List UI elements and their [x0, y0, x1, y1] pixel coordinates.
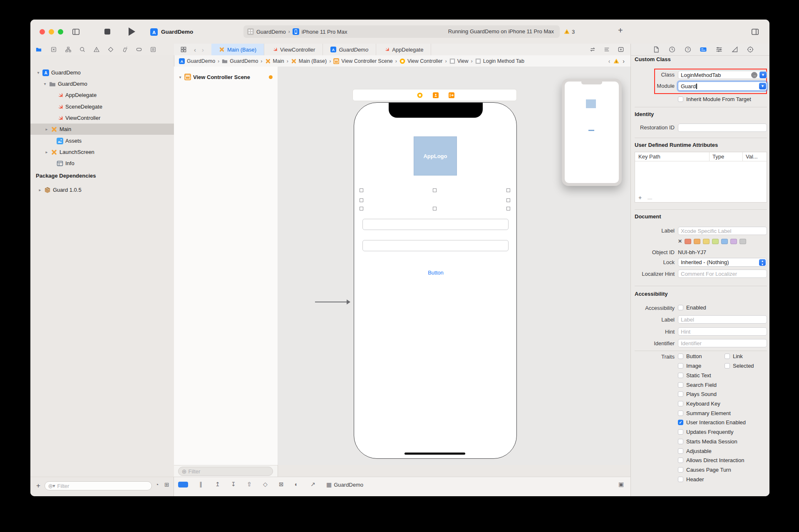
selection-handle[interactable]	[360, 207, 363, 210]
stop-button[interactable]	[104, 29, 110, 35]
editor-options-icon[interactable]	[604, 47, 610, 52]
trait-plays-sound-checkbox[interactable]	[678, 391, 683, 397]
trait-link-checkbox[interactable]	[725, 354, 730, 359]
recent-files-icon[interactable]: ◔	[155, 482, 159, 487]
breadcrumb-project[interactable]: GuardDemo	[187, 58, 215, 64]
tab-guarddemo[interactable]: GuardDemo	[323, 44, 376, 55]
first-responder-icon[interactable]	[433, 92, 439, 98]
breadcrumb-view[interactable]: View	[457, 58, 469, 64]
toggle-right-sidebar-icon[interactable]	[751, 28, 759, 36]
trait-causes-page-turn-checkbox[interactable]	[678, 467, 683, 473]
color-swatch-blue[interactable]	[721, 239, 728, 244]
simulate-location-icon[interactable]: ↗	[310, 481, 315, 487]
account-textfield[interactable]	[362, 219, 509, 230]
selection-handle[interactable]	[506, 188, 510, 192]
tab-main-base[interactable]: Main (Base)	[211, 44, 264, 55]
identity-inspector-icon[interactable]	[700, 46, 707, 53]
issue-navigator-icon[interactable]	[94, 47, 99, 52]
color-swatch-orange[interactable]	[694, 239, 700, 244]
nav-item-project[interactable]: GuardDemo	[51, 69, 81, 76]
run-destination[interactable]: iPhone 11 Pro Max	[302, 29, 347, 35]
a11y-identifier-field[interactable]: Identifier	[678, 339, 767, 347]
pause-execution-icon[interactable]: ∥	[199, 481, 202, 487]
login-button[interactable]: Button	[354, 270, 517, 276]
source-control-status-icon[interactable]: ⊞	[164, 482, 169, 487]
add-file-button[interactable]: +	[36, 482, 40, 490]
nav-item-info[interactable]: Info	[65, 160, 74, 166]
document-label-field[interactable]: Xcode Specific Label	[678, 227, 767, 235]
class-dropdown-button[interactable]: ▼	[759, 72, 767, 78]
trait-search-field-checkbox[interactable]	[678, 382, 683, 388]
outline-scene[interactable]: View Controller Scene	[193, 74, 250, 80]
color-swatch-green[interactable]	[712, 239, 719, 244]
exit-icon[interactable]	[449, 92, 454, 98]
breadcrumb-group[interactable]: GuardDemo	[230, 58, 258, 64]
runtime-attributes-table[interactable]: Key Path Type Val... + —	[635, 152, 767, 203]
trait-selected-checkbox[interactable]	[725, 363, 730, 369]
lock-dropdown[interactable]: Inherited - (Nothing) ▲▼	[678, 258, 767, 267]
nav-item-group[interactable]: GuardDemo	[58, 81, 87, 87]
selection-handle[interactable]	[360, 188, 363, 192]
nav-item-guard-package[interactable]: Guard 1.0.5	[53, 187, 82, 193]
trait-updates-frequently-checkbox[interactable]	[678, 429, 683, 435]
remove-attribute-button[interactable]: —	[648, 196, 652, 201]
accessibility-enabled-checkbox[interactable]	[678, 305, 683, 310]
project-navigator-icon[interactable]	[36, 47, 42, 52]
outline-filter-field[interactable]: ◎ Filter	[178, 467, 273, 476]
back-button[interactable]: ‹	[194, 47, 196, 53]
color-swatch-yellow[interactable]	[703, 239, 710, 244]
attributes-inspector-icon[interactable]	[716, 46, 722, 53]
tab-viewcontroller[interactable]: ViewController	[264, 44, 323, 55]
storyboard-canvas[interactable]: AppLogo Button	[278, 67, 630, 465]
trait-image-checkbox[interactable]	[678, 363, 683, 369]
a11y-hint-field[interactable]: Hint	[678, 327, 767, 336]
run-button[interactable]	[129, 27, 135, 36]
trait-allows-direct-checkbox[interactable]	[678, 458, 683, 463]
trait-adjustable-checkbox[interactable]	[678, 448, 683, 454]
code-review-icon[interactable]	[590, 47, 596, 52]
connections-inspector-icon[interactable]	[747, 46, 754, 53]
debug-memory-graph-icon[interactable]: ⊠	[279, 481, 284, 487]
console-toggle-icon[interactable]: ▣	[618, 481, 624, 487]
debug-area-toggle[interactable]	[178, 482, 188, 487]
close-window-button[interactable]	[40, 29, 45, 35]
find-navigator-icon[interactable]	[79, 47, 85, 52]
trait-summary-element-checkbox[interactable]	[678, 411, 683, 416]
lock-stepper[interactable]: ▲▼	[759, 259, 766, 266]
color-swatch-purple[interactable]	[730, 239, 737, 244]
view-controller-icon[interactable]	[417, 92, 423, 98]
trait-static-text-checkbox[interactable]	[678, 373, 683, 378]
next-issue-button[interactable]: ›	[623, 58, 625, 64]
symbol-navigator-icon[interactable]	[65, 47, 71, 52]
scheme-name[interactable]: GuardDemo	[256, 29, 286, 35]
tab-appdelegate[interactable]: AppDelegate	[376, 44, 431, 55]
add-editor-icon[interactable]	[618, 47, 624, 52]
nav-item-main[interactable]: Main	[60, 126, 71, 132]
inherit-module-checkbox[interactable]	[678, 97, 683, 102]
nav-item-launchscreen[interactable]: LaunchScreen	[60, 149, 94, 155]
class-field[interactable]: LoginMethodTab →	[678, 71, 767, 79]
class-jump-icon[interactable]: →	[751, 72, 757, 78]
previous-issue-button[interactable]: ‹	[608, 58, 610, 64]
minimize-window-button[interactable]	[49, 29, 54, 35]
step-out-icon[interactable]: ⇧	[247, 481, 252, 487]
related-items-icon[interactable]	[181, 47, 186, 52]
nav-item-appdelegate[interactable]: AppDelegate	[65, 92, 97, 98]
add-attribute-button[interactable]: +	[638, 194, 642, 201]
debug-process-chip[interactable]: ▦ GuardDemo	[326, 480, 363, 489]
size-inspector-icon[interactable]	[732, 46, 738, 53]
toolbar-activity-pill[interactable]: GuardDemo › iPhone 11 Pro Max Running Gu…	[243, 25, 560, 38]
selection-handle[interactable]	[433, 207, 437, 210]
selection-handle[interactable]	[433, 188, 437, 192]
history-inspector-icon[interactable]	[669, 46, 675, 53]
issue-warning-icon[interactable]	[613, 58, 619, 64]
debug-view-hierarchy-icon[interactable]: ◇	[263, 481, 268, 487]
zoom-window-button[interactable]	[58, 29, 63, 35]
trait-user-interaction-checkbox[interactable]: ✓	[678, 420, 683, 425]
restoration-id-field[interactable]	[678, 124, 767, 132]
module-field[interactable]: Guard	[678, 82, 767, 91]
add-tab-button[interactable]: +	[618, 26, 623, 35]
no-color-button[interactable]: ✕	[678, 238, 682, 244]
debug-navigator-icon[interactable]	[122, 47, 128, 52]
environment-overrides-icon[interactable]: ◐	[295, 481, 298, 487]
